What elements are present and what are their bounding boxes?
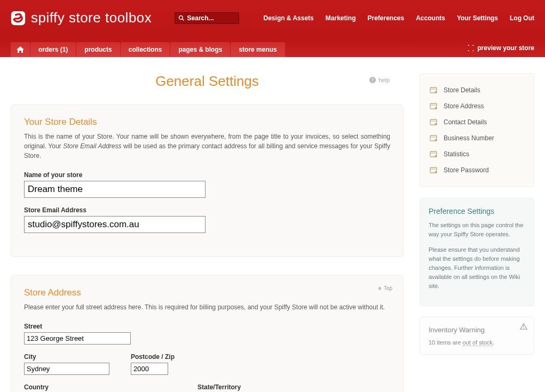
search-icon (178, 15, 185, 21)
store-details-desc: This is the name of your Store. Your nam… (24, 132, 390, 161)
nav-marketing[interactable]: Marketing (326, 14, 356, 22)
state-label: State/Territory (198, 383, 296, 391)
arrow-up-icon (377, 286, 382, 291)
page-icon (430, 134, 438, 142)
postcode-label: Postcode / Zip (131, 353, 175, 361)
inventory-warning-box: Inventory Warning 10 items are out of st… (420, 317, 534, 355)
nav-log-out[interactable]: Log Out (510, 14, 534, 22)
brand-logo: spiffy store toolbox (11, 10, 152, 26)
top-label: Top (384, 285, 392, 291)
store-email-label: Store Email Address (24, 206, 390, 214)
svg-text:?: ? (372, 77, 374, 83)
city-label: City (24, 353, 109, 361)
svg-line-2 (182, 19, 184, 20)
main-tabs: orders (1) products collections pages & … (0, 39, 545, 57)
warning-icon (520, 323, 527, 330)
tab-store-menus[interactable]: store menus (231, 42, 285, 57)
search-input[interactable] (187, 14, 235, 22)
page-icon (430, 102, 438, 110)
sidebar-item-label: Business Number (444, 134, 494, 142)
page-icon (430, 150, 438, 158)
home-icon (16, 46, 25, 53)
svg-point-1 (179, 15, 183, 19)
help-icon: ? (369, 76, 376, 84)
preference-settings-box: Preference Settings The settings on this… (420, 198, 534, 306)
store-name-input[interactable] (24, 181, 206, 198)
tab-home[interactable] (11, 42, 30, 57)
store-details-heading: Your Store Details (24, 117, 390, 127)
store-name-label: Name of your store (24, 171, 390, 179)
pref-box-title: Preference Settings (429, 207, 525, 215)
sidebar-item-business-number[interactable]: Business Number (429, 130, 525, 146)
sidebar-item-label: Store Password (444, 166, 489, 174)
nav-your-settings[interactable]: Your Settings (457, 14, 498, 22)
panel-store-address: Top Store Address Please enter your full… (11, 275, 404, 392)
city-input[interactable] (24, 363, 109, 375)
page-icon (430, 118, 438, 126)
pref-box-p2: Please ensure that you understand what t… (429, 245, 525, 291)
sidebar-item-statistics[interactable]: Statistics (429, 146, 525, 162)
help-link[interactable]: ? help (369, 76, 390, 84)
sidebar-item-label: Store Address (444, 102, 484, 110)
sidebar-item-label: Store Details (444, 86, 480, 94)
store-address-desc: Please enter your full street address he… (24, 302, 390, 312)
sidebar: Store Details Store Address Contact Deta… (420, 73, 534, 392)
preview-icon (467, 45, 475, 51)
preview-store-link[interactable]: preview your store (467, 39, 534, 57)
page-icon (430, 86, 438, 94)
inv-box-text: 10 items are out of stock. (429, 339, 525, 346)
logo-icon (11, 11, 26, 26)
sidebar-item-store-address[interactable]: Store Address (429, 98, 525, 114)
nav-preferences[interactable]: Preferences (367, 14, 404, 22)
brand-title: spiffy store toolbox (31, 10, 152, 26)
tab-collections[interactable]: collections (121, 42, 170, 57)
sidebar-item-store-password[interactable]: Store Password (429, 162, 525, 178)
sidebar-item-label: Contact Details (444, 118, 487, 126)
sidebar-item-label: Statistics (444, 150, 469, 158)
top-nav: Design & Assets Marketing Preferences Ac… (252, 14, 534, 22)
sidebar-item-contact-details[interactable]: Contact Details (429, 114, 525, 130)
street-label: Street (24, 323, 390, 330)
panel-store-details: Your Store Details This is the name of y… (11, 105, 404, 257)
out-of-stock-link[interactable]: out of stock (463, 339, 493, 346)
preview-store-label: preview your store (477, 44, 534, 52)
store-address-heading: Store Address (24, 287, 390, 298)
tab-pages-blogs[interactable]: pages & blogs (170, 42, 230, 57)
search-box[interactable] (175, 12, 239, 24)
sidebar-item-store-details[interactable]: Store Details (429, 82, 525, 98)
nav-design-assets[interactable]: Design & Assets (264, 14, 314, 22)
svg-point-12 (523, 328, 524, 329)
app-header: spiffy store toolbox Design & Assets Mar… (0, 0, 545, 39)
store-email-input[interactable] (24, 216, 206, 233)
tab-products[interactable]: products (76, 42, 120, 57)
section-nav: Store Details Store Address Contact Deta… (420, 73, 534, 187)
postcode-input[interactable] (131, 363, 168, 375)
pref-box-p1: The settings on this page control the wa… (429, 221, 525, 239)
back-to-top-link[interactable]: Top (377, 285, 392, 291)
page-icon (430, 166, 438, 174)
page-title: General Settings (155, 73, 259, 90)
help-label: help (378, 77, 390, 83)
tab-orders[interactable]: orders (1) (30, 42, 76, 57)
nav-accounts[interactable]: Accounts (416, 14, 445, 22)
street-input[interactable] (24, 332, 131, 345)
main-column: General Settings ? help Your Store Detai… (11, 73, 404, 392)
inv-box-title: Inventory Warning (429, 326, 525, 334)
country-label: Country (24, 383, 165, 391)
